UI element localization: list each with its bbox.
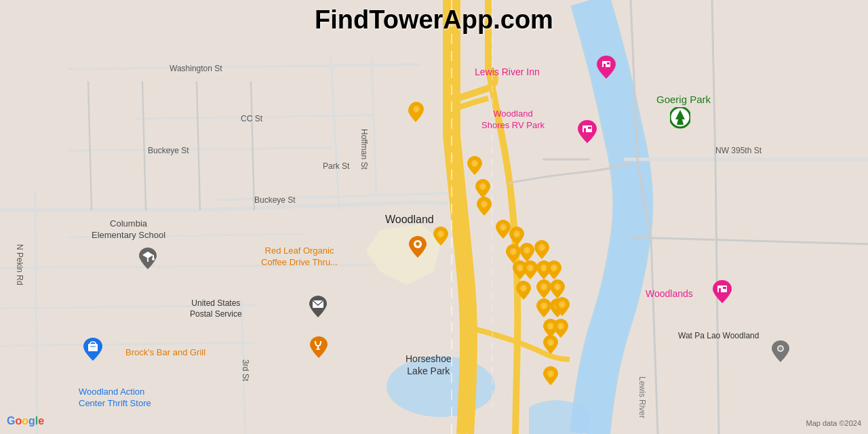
yellow-pin-14[interactable]: ⚡ bbox=[547, 260, 561, 279]
svg-text:⚡: ⚡ bbox=[540, 283, 549, 292]
yellow-pin-6[interactable]: ⚡ bbox=[496, 220, 511, 239]
gray-pin-columbia-school[interactable] bbox=[139, 248, 157, 269]
yellow-pin-3[interactable]: ⚡ bbox=[475, 179, 490, 198]
svg-text:⚡: ⚡ bbox=[481, 201, 489, 209]
svg-text:⚡: ⚡ bbox=[527, 264, 535, 273]
svg-rect-70 bbox=[88, 344, 98, 351]
pink-pin-woodlands[interactable] bbox=[713, 280, 732, 303]
svg-text:⚡: ⚡ bbox=[554, 283, 562, 292]
yellow-pin-2[interactable]: ⚡ bbox=[467, 156, 482, 175]
orange-pin-brocks[interactable] bbox=[310, 336, 328, 358]
pink-pin-lewis-river-inn[interactable] bbox=[597, 56, 616, 79]
yellow-pin-4[interactable]: ⚡ bbox=[477, 197, 492, 216]
yellow-pin-5[interactable]: ⚡ bbox=[433, 226, 448, 245]
pink-pin-woodland-shores[interactable] bbox=[578, 120, 597, 143]
page-title: FindTowerApp.com bbox=[315, 5, 553, 35]
svg-text:⚡: ⚡ bbox=[500, 224, 508, 232]
yellow-pin-15[interactable]: ⚡ bbox=[516, 281, 531, 300]
svg-text:⚡: ⚡ bbox=[513, 231, 521, 239]
yellow-pin-19[interactable]: ⚡ bbox=[536, 298, 551, 317]
yellow-pin-9[interactable]: ⚡ bbox=[519, 243, 534, 262]
svg-text:⚡: ⚡ bbox=[540, 302, 549, 311]
yellow-pin-10[interactable]: ⚡ bbox=[534, 240, 549, 259]
svg-rect-73 bbox=[719, 288, 721, 292]
google-logo: Google bbox=[7, 415, 44, 427]
gray-pin-wat-pa-lao[interactable] bbox=[772, 340, 789, 362]
svg-rect-55 bbox=[607, 62, 610, 64]
svg-point-64 bbox=[152, 258, 155, 260]
svg-rect-54 bbox=[604, 64, 606, 67]
orange-pin-red-leaf[interactable] bbox=[409, 236, 427, 258]
svg-text:⚡: ⚡ bbox=[547, 370, 555, 378]
svg-text:⚡: ⚡ bbox=[413, 106, 421, 114]
svg-text:⚡: ⚡ bbox=[437, 231, 446, 239]
svg-text:⚡: ⚡ bbox=[551, 264, 559, 273]
svg-text:⚡: ⚡ bbox=[471, 160, 479, 168]
yellow-pin-24[interactable]: ⚡ bbox=[543, 366, 558, 385]
svg-rect-57 bbox=[584, 128, 586, 132]
green-pin-goerig-park[interactable] bbox=[670, 107, 690, 132]
svg-point-1 bbox=[387, 356, 495, 417]
svg-text:⚡: ⚡ bbox=[520, 285, 528, 293]
svg-rect-58 bbox=[588, 127, 591, 129]
map-attribution: Map data ©2024 bbox=[806, 419, 862, 427]
yellow-pin-1[interactable]: ⚡ bbox=[409, 102, 424, 121]
svg-rect-74 bbox=[723, 287, 726, 289]
svg-point-76 bbox=[778, 347, 783, 351]
yellow-pin-17[interactable]: ⚡ bbox=[550, 279, 565, 298]
map-container[interactable]: FindTowerApp.com Washington St CC St Buc… bbox=[0, 0, 868, 434]
gray-pin-usps[interactable] bbox=[309, 296, 327, 317]
yellow-pin-12[interactable]: ⚡ bbox=[523, 260, 538, 279]
svg-text:⚡: ⚡ bbox=[510, 248, 518, 256]
blue-pin-woodland-action[interactable] bbox=[83, 338, 102, 361]
svg-text:⚡: ⚡ bbox=[538, 244, 547, 252]
svg-text:⚡: ⚡ bbox=[479, 183, 488, 191]
yellow-pin-22[interactable]: ⚡ bbox=[555, 297, 570, 316]
svg-text:⚡: ⚡ bbox=[547, 339, 555, 347]
yellow-pin-16[interactable]: ⚡ bbox=[536, 279, 551, 298]
svg-text:⚡: ⚡ bbox=[524, 247, 532, 255]
yellow-pin-23[interactable]: ⚡ bbox=[543, 335, 558, 354]
svg-text:⚡: ⚡ bbox=[559, 301, 567, 309]
svg-text:⚡: ⚡ bbox=[557, 323, 566, 331]
